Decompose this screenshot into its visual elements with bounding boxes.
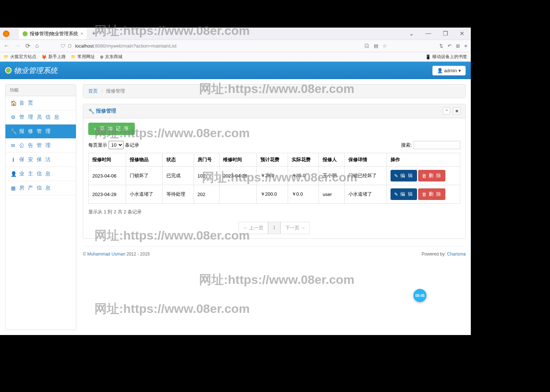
mobile-bookmarks[interactable]: 📱移动设备上的书签 [425, 54, 467, 60]
sidebar-icon: 🏠 [11, 100, 16, 106]
browser-window: 报修管理|物业管理系统 × + ⌄ — ❐ ✕ ← → ⟳ ⌂ 🛡 🗋 loca… [0, 28, 471, 335]
bookmark-item[interactable]: 火狐官方站点 [4, 54, 36, 60]
sidebar: 功能 🏠首 页⚙管 理 员 信 息🔧报 修 管 理✉公 告 管 理ℹ保 安 保 … [5, 84, 76, 330]
bookmark-item[interactable]: ⊕ 京东商城 [100, 54, 122, 60]
edit-button[interactable]: ✎编 辑 [391, 170, 417, 181]
app-header: 物业管理系统 👤 admin ▾ [0, 62, 471, 79]
table-cell: 2023-04-06 [89, 167, 126, 185]
table-cell: 202 [194, 185, 219, 204]
page-number[interactable]: 1 [268, 222, 280, 234]
home-icon[interactable]: ⌂ [35, 42, 39, 49]
search-input[interactable] [413, 141, 460, 149]
sidebar-label: 房 产 信 息 [19, 185, 52, 191]
edit-button[interactable]: ✎编 辑 [391, 188, 417, 200]
table-cell: user [319, 185, 344, 204]
delete-button[interactable]: 🗑删 除 [418, 188, 445, 200]
delete-button[interactable]: 🗑删 除 [418, 170, 445, 181]
sidebar-item[interactable]: ⚙管 理 员 信 息 [5, 110, 76, 124]
qr-icon[interactable]: ⿻ [365, 43, 369, 49]
table-row: 2023-04-06门锁坏了已完成1012023-04-28￥28.0￥35.0… [89, 167, 460, 185]
column-header[interactable]: 房门号 [194, 153, 219, 167]
per-page-label: 每页显示 [88, 142, 107, 148]
column-header[interactable]: 预计花费 [256, 153, 288, 167]
table-row: 2023-04-28小水道堵了等待处理202￥200.0￥0.0user小水道堵… [89, 185, 460, 204]
column-header[interactable]: 实际花费 [288, 153, 319, 167]
sidebar-item[interactable]: ▦房 产 信 息 [5, 181, 76, 195]
table-cell: 王小明 [319, 167, 344, 185]
extension-icon[interactable]: ⇅ [439, 43, 443, 49]
prev-page-button[interactable]: ← 上一页 [239, 222, 268, 234]
table-info: 显示从 1 到 2 共 2 条记录 [88, 209, 460, 215]
new-tab-button[interactable]: + [92, 30, 96, 37]
sidebar-item[interactable]: ℹ保 安 保 洁 [5, 153, 76, 167]
maximize-icon[interactable]: ❐ [439, 28, 452, 39]
pagination: ← 上一页 1 下一页 → [88, 222, 460, 234]
column-header[interactable]: 维修时间 [219, 153, 257, 167]
author-link[interactable]: Muhammad Usman [87, 252, 125, 257]
app-logo: 物业管理系统 [5, 66, 57, 75]
column-header[interactable]: 保修详情 [344, 153, 387, 167]
user-menu-button[interactable]: 👤 admin ▾ [432, 66, 466, 75]
sidebar-icon: 🔧 [11, 128, 16, 134]
action-cell: ✎编 辑 🗑删 除 [387, 185, 460, 204]
add-record-button[interactable]: + 添 加 记 录 [88, 123, 135, 135]
edit-icon: ✎ [394, 173, 399, 179]
titlebar: 报修管理|物业管理系统 × + ⌄ — ❐ ✕ [0, 28, 471, 40]
edit-icon: ✎ [394, 192, 399, 197]
star-icon[interactable]: ☆ [383, 43, 387, 49]
undo-icon[interactable]: ↶ [448, 43, 452, 49]
bookmark-item[interactable]: 🦊 新手上路 [41, 54, 66, 60]
tab-favicon-icon [23, 31, 28, 36]
sidebar-title: 功能 [5, 85, 76, 96]
shield-icon: 🛡 [61, 43, 65, 49]
breadcrumb: 首页 / 报修管理 [83, 84, 466, 98]
column-header[interactable]: 操作 [387, 153, 460, 167]
column-header[interactable]: 状态 [162, 153, 194, 167]
forward-icon[interactable]: → [15, 42, 20, 49]
sidebar-item[interactable]: ✉公 告 管 理 [5, 139, 76, 153]
sidebar-label: 管 理 员 信 息 [19, 114, 60, 121]
url-input[interactable]: 🛡 🗋 localhost:8080/myweb/main?action=mai… [57, 42, 318, 50]
menu-icon[interactable]: ≡ [464, 43, 467, 49]
url-host: localhost [75, 43, 94, 49]
trash-icon: 🗑 [422, 173, 427, 179]
panel: 🔧 报修管理 ⌃ ✖ + 添 加 记 录 每页显示 [83, 104, 466, 239]
tab-close-icon[interactable]: × [80, 31, 83, 36]
username: admin [444, 68, 457, 73]
breadcrumb-home[interactable]: 首页 [88, 88, 98, 94]
column-header[interactable]: 报修人 [319, 153, 344, 167]
table-cell: ￥200.0 [256, 185, 288, 204]
pocket-icon[interactable]: ⊞ [456, 43, 460, 49]
per-page-select[interactable]: 10 [109, 141, 124, 149]
table-cell: 2023-04-28 [219, 167, 257, 185]
close-panel-icon[interactable]: ✖ [453, 107, 460, 115]
footer: © Muhammad Usman 2012 - 2015 Powered by:… [83, 246, 466, 262]
app-title: 物业管理系统 [14, 66, 57, 75]
table-cell: ￥28.0 [256, 167, 288, 185]
table-cell: 门锁已经坏了 [344, 167, 387, 185]
column-header[interactable]: 报修时间 [89, 153, 126, 167]
bookmark-item[interactable]: 常用网址 [71, 54, 95, 60]
user-icon: 👤 [437, 68, 443, 73]
sidebar-item[interactable]: 🔧报 修 管 理 [5, 124, 76, 139]
minimize-icon[interactable]: — [422, 28, 435, 39]
sidebar-icon: ✉ [11, 143, 16, 148]
reload-icon[interactable]: ⟳ [25, 42, 30, 49]
sidebar-item[interactable]: 🏠首 页 [5, 96, 76, 110]
table-cell: 已完成 [162, 167, 194, 185]
browser-tab[interactable]: 报修管理|物业管理系统 × [19, 28, 87, 39]
column-header[interactable]: 报修物品 [126, 153, 162, 167]
timer-badge: 00:45 [413, 289, 426, 302]
back-icon[interactable]: ← [4, 42, 9, 49]
next-page-button[interactable]: 下一页 → [280, 222, 310, 234]
dropdown-icon[interactable]: ⌄ [405, 28, 417, 39]
sidebar-icon: ℹ [11, 157, 16, 163]
reader-icon[interactable]: ▤ [374, 43, 378, 49]
charisma-link[interactable]: Charisma [447, 252, 466, 257]
close-window-icon[interactable]: ✕ [456, 28, 468, 39]
table-cell: ￥0.0 [288, 185, 319, 204]
search-label: 搜索: [401, 142, 412, 148]
bookmarks-bar: 火狐官方站点 🦊 新手上路 常用网址 ⊕ 京东商城 📱移动设备上的书签 [0, 52, 471, 62]
collapse-icon[interactable]: ⌃ [443, 107, 450, 115]
sidebar-item[interactable]: 👤业 主 信 息 [5, 167, 76, 181]
